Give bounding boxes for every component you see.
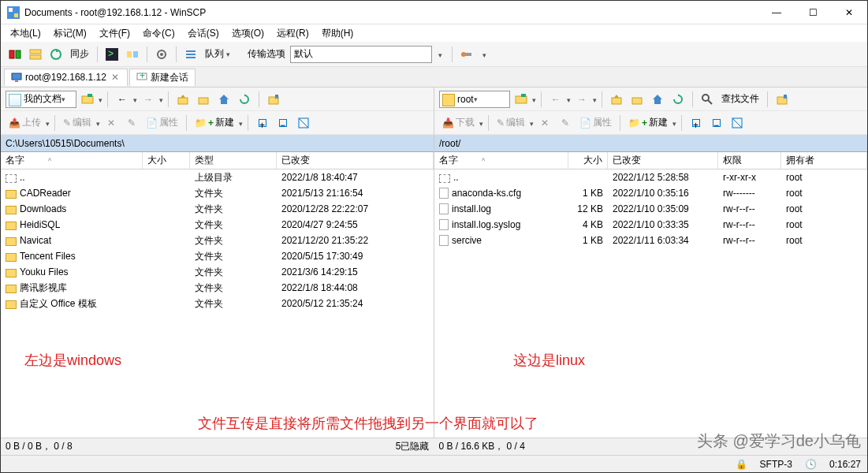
svg-rect-25 (178, 98, 188, 104)
sync-icon[interactable] (47, 45, 65, 64)
compare-icon[interactable] (6, 45, 24, 64)
disconnect-icon[interactable] (457, 45, 476, 64)
col-size[interactable]: 大小 (568, 152, 608, 169)
rename-icon[interactable]: ✎ (122, 114, 141, 132)
list-item[interactable]: HeidiSQL文件夹2020/4/27 9:24:55 (1, 217, 434, 233)
terminal-icon[interactable]: > (102, 45, 121, 64)
transfer-combo-drop[interactable] (434, 49, 447, 60)
monitor-icon (11, 72, 22, 83)
refresh-icon[interactable] (235, 90, 254, 109)
list-item[interactable]: Navicat文件夹2021/12/20 21:35:22 (1, 233, 434, 248)
menu-session[interactable]: 会话(S) (183, 25, 224, 42)
lock-icon[interactable]: 🔒 (736, 459, 747, 470)
back-icon[interactable]: ← (113, 90, 132, 109)
delete-icon[interactable]: ✕ (535, 114, 554, 132)
props-button[interactable]: 📄 属性 (143, 116, 181, 129)
new-button[interactable]: 📁+ 新建 (625, 116, 671, 129)
sync-label[interactable]: 同步 (67, 47, 92, 61)
menu-option[interactable]: 选项(O) (227, 25, 269, 42)
queue-icon[interactable] (181, 45, 200, 64)
select-all-icon[interactable]: + (687, 114, 706, 132)
forward-icon[interactable]: → (139, 90, 158, 109)
col-size[interactable]: 大小 (143, 152, 190, 169)
session-tab[interactable]: root@192.168.1.12 ✕ (4, 69, 128, 86)
col-changed[interactable]: 已改变 (608, 152, 718, 169)
sync-browse-icon[interactable] (26, 45, 45, 64)
menu-remote[interactable]: 远程(R) (272, 25, 314, 42)
download-button[interactable]: 📥 下载 (439, 116, 478, 129)
open-folder-icon[interactable] (78, 90, 97, 109)
tab-close-icon[interactable]: ✕ (110, 72, 121, 83)
props-button[interactable]: 📄 属性 (576, 116, 615, 129)
find-icon[interactable] (698, 90, 717, 109)
menu-file[interactable]: 文件(F) (95, 25, 135, 42)
maximize-button[interactable]: ☐ (795, 1, 831, 24)
list-item[interactable]: install.log12 KB2022/1/10 0:35:09rw-r--r… (434, 201, 867, 217)
sync-dir-icon[interactable] (123, 45, 142, 64)
menu-help[interactable]: 帮助(H) (317, 25, 359, 42)
back-icon[interactable]: ← (546, 90, 565, 109)
list-item[interactable]: anaconda-ks.cfg1 KB2022/1/10 0:35:16rw--… (434, 185, 867, 201)
list-item[interactable]: 自定义 Office 模板文件夹2020/5/12 21:35:24 (1, 296, 434, 311)
home-icon[interactable] (648, 90, 667, 109)
svg-rect-14 (186, 50, 196, 52)
col-changed[interactable]: 已改变 (277, 152, 434, 169)
new-button[interactable]: 📁+ 新建 (192, 116, 237, 129)
upload-button[interactable]: 📤 上传 (6, 116, 44, 129)
invert-icon[interactable] (728, 114, 747, 132)
queue-label[interactable]: 队列 (202, 47, 233, 61)
parent-icon[interactable] (173, 90, 192, 109)
menu-command[interactable]: 命令(C) (138, 25, 180, 42)
list-item[interactable]: 腾讯影视库文件夹2022/1/8 18:44:08 (1, 280, 434, 296)
new-session-tab[interactable]: + 新建会话 (129, 69, 196, 86)
session-drop[interactable] (478, 49, 491, 60)
svg-line-34 (708, 100, 712, 104)
bookmark-icon[interactable] (264, 90, 283, 109)
menu-local[interactable]: 本地(L) (6, 25, 46, 42)
col-name[interactable]: 名字 ^ (1, 152, 143, 169)
svg-rect-19 (12, 73, 21, 80)
local-path[interactable]: C:\Users\10515\Documents\ (1, 135, 434, 152)
root-icon[interactable] (194, 90, 213, 109)
remote-drive-combo[interactable]: root (439, 91, 510, 108)
gear-icon[interactable] (152, 45, 171, 64)
minimize-button[interactable]: — (758, 1, 795, 24)
parent-icon[interactable] (607, 90, 626, 109)
remote-file-list[interactable]: ..2022/1/12 5:28:58r-xr-xr-xrootanaconda… (434, 169, 867, 438)
local-drive-combo[interactable]: 我的文档 (6, 91, 76, 108)
menu-mark[interactable]: 标记(M) (49, 25, 91, 42)
col-name[interactable]: 名字 ^ (434, 152, 568, 169)
find-label[interactable]: 查找文件 (718, 92, 762, 106)
rename-icon[interactable]: ✎ (556, 114, 575, 132)
svg-rect-24 (88, 94, 92, 97)
transfer-preset-combo[interactable]: 默认 (290, 46, 432, 63)
list-item[interactable]: ..上级目录2022/1/8 18:40:47 (1, 169, 434, 185)
close-button[interactable]: ✕ (831, 1, 867, 24)
invert-icon[interactable] (294, 114, 313, 132)
deselect-all-icon[interactable]: − (274, 114, 292, 132)
list-item[interactable]: install.log.syslog4 KB2022/1/10 0:33:35r… (434, 217, 867, 233)
local-file-list[interactable]: ..上级目录2022/1/8 18:40:47CADReader文件夹2021/… (1, 169, 434, 438)
remote-path[interactable]: /root/ (434, 135, 867, 152)
delete-icon[interactable]: ✕ (102, 114, 121, 132)
edit-button[interactable]: ✎ 编辑 (494, 116, 528, 129)
home-icon[interactable] (214, 90, 233, 109)
deselect-all-icon[interactable]: − (707, 114, 726, 132)
select-all-icon[interactable]: + (253, 114, 272, 132)
list-item[interactable]: sercive1 KB2022/1/11 6:03:34rw-r--r--roo… (434, 233, 867, 248)
col-owner[interactable]: 拥有者 (781, 152, 867, 169)
list-item[interactable]: Downloads文件夹2020/12/28 22:22:07 (1, 201, 434, 217)
open-folder-icon[interactable] (512, 90, 531, 109)
drive-drop[interactable] (99, 94, 102, 105)
root-icon[interactable] (628, 90, 646, 109)
bookmark-icon[interactable] (773, 90, 792, 109)
list-item[interactable]: Youku Files文件夹2021/3/6 14:29:15 (1, 264, 434, 280)
refresh-icon[interactable] (669, 90, 687, 109)
list-item[interactable]: Tencent Files文件夹2020/5/15 17:30:49 (1, 248, 434, 264)
list-item[interactable]: ..2022/1/12 5:28:58r-xr-xr-xroot (434, 169, 867, 185)
edit-button[interactable]: ✎ 编辑 (60, 116, 95, 129)
col-perm[interactable]: 权限 (718, 152, 781, 169)
forward-icon[interactable]: → (572, 90, 591, 109)
list-item[interactable]: CADReader文件夹2021/5/13 21:16:54 (1, 185, 434, 201)
col-type[interactable]: 类型 (190, 152, 277, 169)
